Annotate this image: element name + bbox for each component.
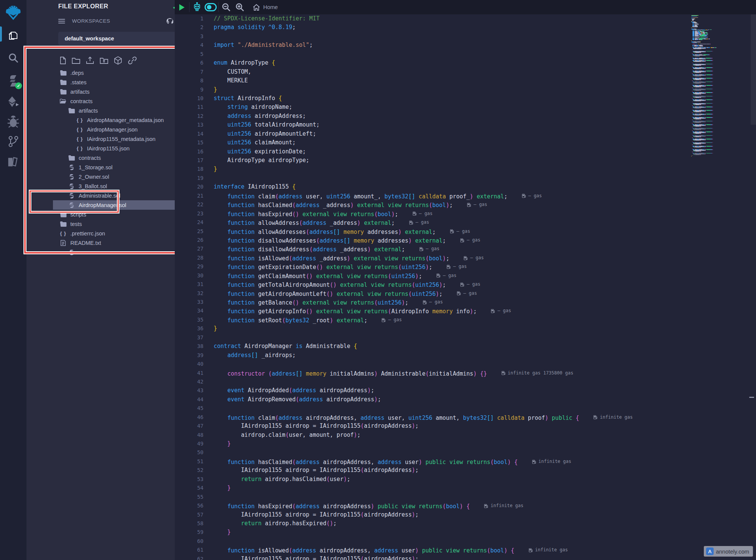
icon-rail: ✓ <box>0 0 26 560</box>
code-line-24[interactable]: 24 function allowAddress(address _addres… <box>175 218 691 227</box>
debugger-rail-button[interactable] <box>0 112 26 131</box>
remix-logo-icon[interactable] <box>0 3 26 23</box>
code-line-57[interactable]: 57 IAirdrop1155 airdrop = IAirdrop1155(a… <box>175 510 691 519</box>
code-line-39[interactable]: 39 address[] _airdrops; <box>175 351 691 360</box>
code-line-47[interactable]: 47 IAirdrop1155 airdrop = IAirdrop1155(a… <box>175 422 691 430</box>
zoom-out-icon[interactable] <box>219 0 233 14</box>
code-line-6[interactable]: 6enum AirdropType { <box>175 59 691 67</box>
watermark: A annotely.com <box>704 546 753 557</box>
ai-assistant-icon[interactable] <box>190 0 204 14</box>
deploy-run-rail-button[interactable] <box>0 92 26 111</box>
code-line-7[interactable]: 7 CUSTOM, <box>175 68 691 76</box>
plugin-manager-rail-button[interactable] <box>0 152 26 172</box>
code-line-50[interactable]: 50 <box>175 448 691 457</box>
code-line-31[interactable]: 31 function getTotalAirdropAmount() exte… <box>175 280 691 289</box>
code-line-4[interactable]: 4import "./Administrable.sol"; <box>175 41 691 50</box>
code-line-38[interactable]: 38contract AirdropManager is Administrab… <box>175 342 691 351</box>
code-line-2[interactable]: 2pragma solidity ^0.8.19; <box>175 23 691 32</box>
code-line-25[interactable]: 25 function allowAddresses(address[] mem… <box>175 227 691 236</box>
tab-home[interactable]: Home <box>247 0 284 14</box>
code-line-41[interactable]: 41 constructor (address[] memory initial… <box>175 369 691 377</box>
code-line-32[interactable]: 32 function getAirdropAmountLeft() exter… <box>175 289 691 298</box>
code-line-48[interactable]: 48 airdrop.claim(user, amount, proof); <box>175 431 691 439</box>
code-line-36[interactable]: 36} <box>175 324 691 333</box>
code-line-12[interactable]: 12 address airdropAddress; <box>175 112 691 121</box>
line-content: function disallowAddress(address _addres… <box>214 244 691 253</box>
line-number: 60 <box>175 537 214 546</box>
code-line-29[interactable]: 29 function getExpirationDate() external… <box>175 262 691 271</box>
code-line-14[interactable]: 14 uint256 airdropAmountLeft; <box>175 130 691 138</box>
code-line-34[interactable]: 34 function getAirdropInfo() external vi… <box>175 306 691 315</box>
scrollbar-thumb[interactable] <box>751 14 756 125</box>
code-line-55[interactable]: 55 <box>175 493 691 501</box>
search-rail-button[interactable] <box>0 48 26 68</box>
zoom-in-icon[interactable] <box>233 0 247 14</box>
code-line-53[interactable]: 53 return airdrop.hasClaimed(user); <box>175 475 691 484</box>
code-line-54[interactable]: 54 } <box>175 484 691 492</box>
line-content: event AirdropRemoved(address airdropAddr… <box>214 395 691 404</box>
tree-row-label: 1_Storage.sol <box>79 164 112 170</box>
code-line-44[interactable]: 44 event AirdropRemoved(address airdropA… <box>175 395 691 404</box>
line-number: 8 <box>175 76 214 85</box>
code-line-11[interactable]: 11 string airdropName; <box>175 103 691 111</box>
code-line-27[interactable]: 27 function disallowAddress(address _add… <box>175 244 691 253</box>
new-file-icon[interactable] <box>59 56 67 65</box>
code-line-21[interactable]: 21 function claim(address user, uint256 … <box>175 192 691 200</box>
link-icon[interactable] <box>127 56 137 65</box>
upload-folder-icon[interactable] <box>99 56 109 65</box>
code-line-5[interactable]: 5 <box>175 50 691 59</box>
code-line-3[interactable]: 3 <box>175 32 691 41</box>
code-line-56[interactable]: 56 function hasExpired(address airdropAd… <box>175 501 691 510</box>
code-line-23[interactable]: 23 function hasExpired() external view r… <box>175 209 691 218</box>
solidity-compiler-rail-button[interactable]: ✓ <box>0 71 26 91</box>
code-line-10[interactable]: 10struct AirdropInfo { <box>175 94 691 103</box>
code-line-59[interactable]: 59 } <box>175 528 691 537</box>
git-rail-button[interactable] <box>0 131 26 151</box>
panel-title: FILE EXPLORER <box>58 3 108 10</box>
code-line-28[interactable]: 28 function isAllowed(address _address) … <box>175 254 691 262</box>
tree-row-label: 2_Owner.sol <box>79 174 109 180</box>
code-line-15[interactable]: 15 uint256 claimAmount; <box>175 138 691 147</box>
file-explorer-rail-button[interactable] <box>0 26 26 46</box>
code-line-51[interactable]: 51 function hasClaimed(address airdropAd… <box>175 457 691 466</box>
upload-file-icon[interactable] <box>85 56 95 65</box>
line-number: 12 <box>175 112 214 121</box>
code-line-33[interactable]: 33 function getBalance() external view r… <box>175 298 691 306</box>
code-line-46[interactable]: 46 function claim(address airdropAddress… <box>175 413 691 422</box>
code-line-8[interactable]: 8 MERKLE <box>175 76 691 85</box>
ipfs-box-icon[interactable] <box>113 56 123 65</box>
code-line-1[interactable]: 1// SPDX-License-Identifier: MIT <box>175 14 691 23</box>
code-line-42[interactable]: 42 <box>175 377 691 386</box>
workspaces-menu-icon[interactable] <box>58 18 65 25</box>
code-line-60[interactable]: 60 <box>175 537 691 546</box>
folder-icon <box>68 155 75 161</box>
code-line-9[interactable]: 9} <box>175 85 691 94</box>
run-script-button[interactable] <box>175 0 188 14</box>
line-content: } <box>214 85 691 94</box>
code-editor[interactable]: 1// SPDX-License-Identifier: MIT2pragma … <box>175 14 691 560</box>
code-line-61[interactable]: 61 function isAllowed(address airdropAdd… <box>175 546 691 554</box>
code-line-58[interactable]: 58 return airdrop.hasExpired(); <box>175 519 691 528</box>
code-line-37[interactable]: 37 <box>175 333 691 342</box>
code-line-45[interactable]: 45 <box>175 404 691 413</box>
code-line-62[interactable]: 62 IAirdrop1155 airdrop = IAirdrop1155(a… <box>175 555 691 560</box>
code-line-30[interactable]: 30 function getClaimAmount() external vi… <box>175 271 691 280</box>
code-line-18[interactable]: 18} <box>175 165 691 173</box>
minimap[interactable] <box>691 15 751 544</box>
code-line-52[interactable]: 52 IAirdrop1155 airdrop = IAirdrop1155(a… <box>175 466 691 475</box>
line-content: function getTotalAirdropAmount() externa… <box>214 280 691 289</box>
code-line-13[interactable]: 13 uint256 totalAirdropAmount; <box>175 121 691 129</box>
code-line-49[interactable]: 49 } <box>175 439 691 448</box>
new-folder-icon[interactable] <box>71 56 81 65</box>
line-content: function setRoot(bytes32 _root) external… <box>214 316 691 324</box>
code-line-19[interactable]: 19 <box>175 174 691 183</box>
code-line-22[interactable]: 22 function hasClaimed(address _address)… <box>175 200 691 209</box>
code-line-40[interactable]: 40 <box>175 360 691 368</box>
code-line-17[interactable]: 17 AirdropType airdropType; <box>175 156 691 165</box>
code-line-26[interactable]: 26 function disallowAddresses(address[] … <box>175 236 691 244</box>
code-line-43[interactable]: 43 event AirdropAdded(address airdropAdd… <box>175 386 691 395</box>
code-line-20[interactable]: 20interface IAirdrop1155 { <box>175 183 691 191</box>
code-line-35[interactable]: 35 function setRoot(bytes32 _root) exter… <box>175 316 691 324</box>
ai-copilot-toggle[interactable] <box>204 0 217 14</box>
code-line-16[interactable]: 16 uint256 expirationDate; <box>175 147 691 156</box>
